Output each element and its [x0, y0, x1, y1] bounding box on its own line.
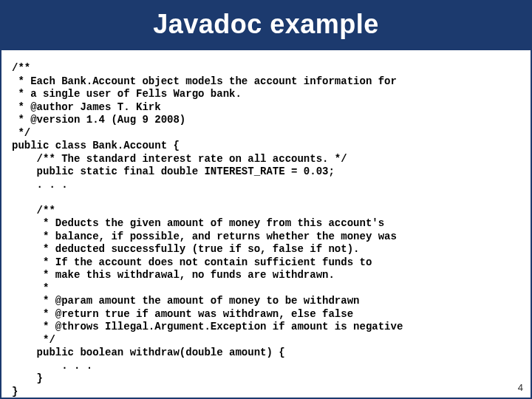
page-number: 4 [518, 382, 523, 393]
slide-title: Javadoc example [1, 1, 531, 50]
code-block: /** * Each Bank.Account object models th… [1, 50, 531, 398]
slide: Javadoc example /** * Each Bank.Account … [0, 0, 532, 399]
